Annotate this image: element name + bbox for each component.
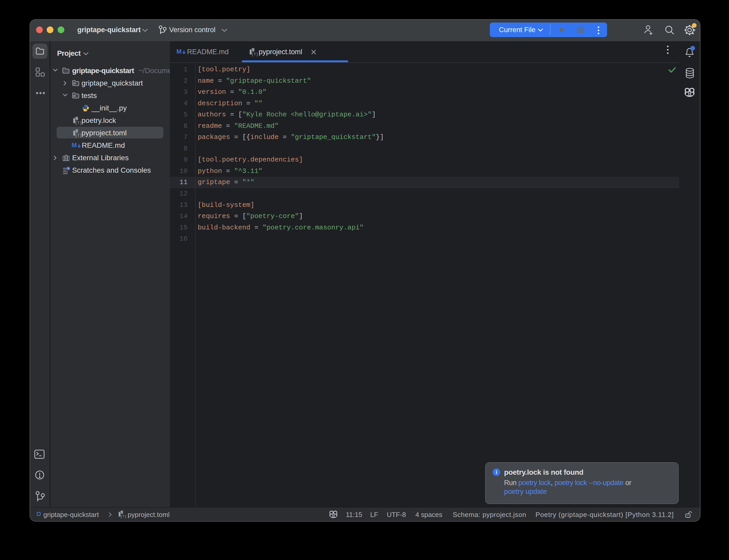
svg-text:M: M xyxy=(176,48,182,55)
svg-text:[T]: [T] xyxy=(120,515,126,519)
svg-text:[T]: [T] xyxy=(75,134,82,138)
svg-text:[T]: [T] xyxy=(75,121,82,125)
svg-text:M: M xyxy=(72,142,77,149)
svg-text:[T]: [T] xyxy=(251,52,258,57)
